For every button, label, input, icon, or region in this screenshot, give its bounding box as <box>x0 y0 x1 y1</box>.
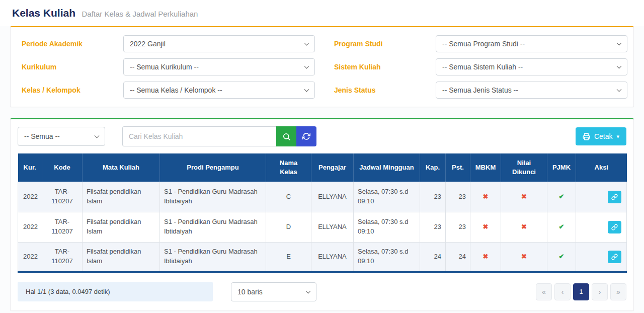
select-wrapper: -- Semua Jenis Status -- <box>436 82 627 99</box>
table-row: 2022 TAR-110207 Filsafat pendidikan Isla… <box>18 242 627 272</box>
cell-prodi-pengampu: S1 - Pendidikan Guru Madrasah Ibtidaiyah <box>160 212 266 242</box>
select-wrapper: 2022 Ganjil <box>123 35 315 52</box>
cell-pjmk-flag: ✔ <box>547 242 576 272</box>
cell-mata-kuliah: Filsafat pendidikan Islam <box>83 212 160 242</box>
filters-card: Periode Akademik 2022 Ganjil Program Stu… <box>10 26 634 107</box>
program-studi-select[interactable]: -- Semua Program Studi -- <box>436 35 627 52</box>
cell-kur: 2022 <box>18 242 42 272</box>
col-header-kap: Kap. <box>420 153 446 182</box>
search-icon <box>282 132 291 141</box>
classes-table: Kur. Kode Mata Kuliah Prodi Pengampu Nam… <box>18 153 627 273</box>
select-wrapper: -- Semua Sistem Kuliah -- <box>436 58 627 75</box>
filter-label: Program Studi <box>329 40 436 48</box>
cell-mata-kuliah: Filsafat pendidikan Islam <box>83 242 160 272</box>
refresh-button[interactable] <box>296 126 316 146</box>
cell-pst: 24 <box>446 242 470 272</box>
first-page-button[interactable]: « <box>536 283 552 300</box>
filter-label: Kelas / Kelompok <box>17 86 123 94</box>
row-action-link-button[interactable] <box>608 191 621 203</box>
print-button-label: Cetak <box>594 132 613 140</box>
cell-mbkm-flag: ✖ <box>470 212 501 242</box>
last-page-button[interactable]: » <box>610 283 626 300</box>
cell-nama-kelas: C <box>266 182 311 212</box>
pagination: « ‹ 1 › » <box>536 283 626 300</box>
select-wrapper: -- Semua Kurikulum -- <box>123 58 315 75</box>
page-number-button[interactable]: 1 <box>573 283 589 300</box>
link-icon <box>611 224 618 230</box>
cell-nilai-dikunci-flag: ✖ <box>501 242 547 272</box>
cell-kap: 24 <box>420 242 446 272</box>
jenis-status-select[interactable]: -- Semua Jenis Status -- <box>436 82 627 99</box>
row-action-link-button[interactable] <box>608 251 621 263</box>
kelas-kelompok-select[interactable]: -- Semua Kelas / Kelompok -- <box>123 82 315 99</box>
cell-nilai-dikunci-flag: ✖ <box>501 212 547 242</box>
select-wrapper: -- Semua -- <box>18 127 105 146</box>
page-title: Kelas Kuliah <box>12 7 75 19</box>
sistem-kuliah-select[interactable]: -- Semua Sistem Kuliah -- <box>436 58 627 75</box>
table-footer: Hal 1/1 (3 data, 0.0497 detik) 10 baris … <box>18 273 626 310</box>
cell-aksi <box>576 242 627 272</box>
cell-prodi-pengampu: S1 - Pendidikan Guru Madrasah Ibtidaiyah <box>160 182 266 212</box>
cell-nama-kelas: D <box>266 212 311 242</box>
filter-jenis-status: Jenis Status -- Semua Jenis Status -- <box>329 82 627 99</box>
prev-page-button[interactable]: ‹ <box>554 283 571 300</box>
cell-aksi <box>576 212 627 242</box>
col-header-mbkm: MBKM <box>470 153 501 182</box>
table-toolbar: -- Semua -- <box>18 126 626 146</box>
cell-kode: TAR-110207 <box>42 242 83 272</box>
cell-pst: 23 <box>446 212 470 242</box>
filter-kelas-kelompok: Kelas / Kelompok -- Semua Kelas / Kelomp… <box>17 82 315 99</box>
filter-periode-akademik: Periode Akademik 2022 Ganjil <box>17 35 315 52</box>
cell-pjmk-flag: ✔ <box>547 212 576 242</box>
col-header-jadwal-mingguan: Jadwal Mingguan <box>354 153 420 182</box>
quick-filter-select[interactable]: -- Semua -- <box>18 127 105 146</box>
cell-jadwal: Selasa, 07:30 s.d 09:10 <box>354 182 420 212</box>
refresh-icon <box>302 132 310 140</box>
cell-pengajar: ELLYANA <box>311 242 354 272</box>
filter-label: Sistem Kuliah <box>329 63 436 71</box>
select-wrapper: 10 baris <box>231 282 316 301</box>
kurikulum-select[interactable]: -- Semua Kurikulum -- <box>123 58 315 75</box>
print-button[interactable]: Cetak ▾ <box>576 127 626 145</box>
row-action-link-button[interactable] <box>608 221 621 233</box>
filter-sistem-kuliah: Sistem Kuliah -- Semua Sistem Kuliah -- <box>329 58 627 75</box>
cell-nama-kelas: E <box>266 242 311 272</box>
col-header-nilai-dikunci: Nilai Dikunci <box>501 153 547 182</box>
cell-aksi <box>576 182 627 212</box>
table-card: -- Semua -- <box>10 118 634 311</box>
search-button[interactable] <box>276 126 296 146</box>
periode-akademik-select[interactable]: 2022 Ganjil <box>123 35 315 52</box>
col-header-mata-kuliah: Mata Kuliah <box>83 153 160 182</box>
filter-grid: Periode Akademik 2022 Ganjil Program Stu… <box>17 35 627 99</box>
cell-pengajar: ELLYANA <box>311 182 354 212</box>
cell-pengajar: ELLYANA <box>311 212 354 242</box>
search-input[interactable] <box>122 126 276 146</box>
col-header-pengajar: Pengajar <box>311 153 354 182</box>
filter-label: Periode Akademik <box>17 40 123 48</box>
cell-kap: 23 <box>420 182 446 212</box>
col-header-kode: Kode <box>42 153 83 182</box>
table-row: 2022 TAR-110207 Filsafat pendidikan Isla… <box>18 182 627 212</box>
printer-icon <box>583 133 590 140</box>
table-body: 2022 TAR-110207 Filsafat pendidikan Isla… <box>18 182 627 272</box>
next-page-button[interactable]: › <box>592 283 608 300</box>
col-header-kur: Kur. <box>18 153 42 182</box>
caret-down-icon: ▾ <box>616 134 619 139</box>
cell-kur: 2022 <box>18 212 42 242</box>
cell-kap: 23 <box>420 212 446 242</box>
pagination-info: Hal 1/1 (3 data, 0.0497 detik) <box>18 282 213 301</box>
page-size-select[interactable]: 10 baris <box>231 282 316 301</box>
cell-jadwal: Selasa, 07:30 s.d 09:10 <box>354 212 420 242</box>
table-row: 2022 TAR-110207 Filsafat pendidikan Isla… <box>18 212 627 242</box>
col-header-pjmk: PJMK <box>547 153 576 182</box>
cell-pst: 23 <box>446 182 470 212</box>
filter-label: Jenis Status <box>329 86 436 94</box>
table-head: Kur. Kode Mata Kuliah Prodi Pengampu Nam… <box>18 153 627 182</box>
cell-kur: 2022 <box>18 182 42 212</box>
cell-jadwal: Selasa, 07:30 s.d 09:10 <box>354 242 420 272</box>
header-row: Kur. Kode Mata Kuliah Prodi Pengampu Nam… <box>18 153 627 182</box>
link-icon <box>611 194 618 200</box>
page-header: Kelas Kuliah Daftar Kelas & Jadwal Perku… <box>0 0 644 26</box>
filter-kurikulum: Kurikulum -- Semua Kurikulum -- <box>17 58 315 75</box>
cell-mata-kuliah: Filsafat pendidikan Islam <box>83 182 160 212</box>
